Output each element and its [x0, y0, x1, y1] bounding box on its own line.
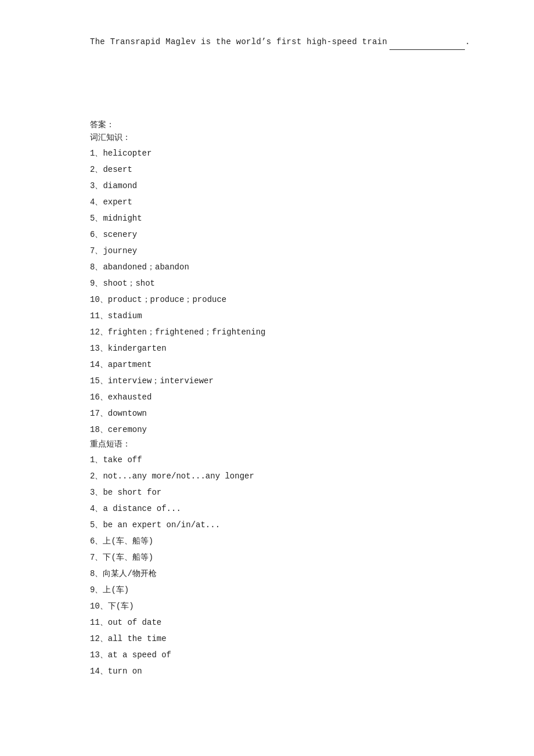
phrases-list: 1、take off2、not...any more/not...any lon…: [90, 452, 488, 679]
vocab-item: 11、stadium: [90, 308, 488, 324]
vocab-item: 17、downtown: [90, 405, 488, 422]
vocab-item: 2、desert: [90, 161, 488, 178]
vocab-item: 10、product；produce；produce: [90, 291, 488, 308]
vocab-item: 16、exhausted: [90, 389, 488, 405]
vocab-item: 14、apartment: [90, 357, 488, 373]
phrase-item: 12、all the time: [90, 631, 488, 647]
vocab-item: 6、scenery: [90, 226, 488, 243]
phrase-item: 1、take off: [90, 452, 488, 468]
phrase-item: 11、out of date: [90, 614, 488, 631]
vocab-item: 13、kindergarten: [90, 340, 488, 357]
phrase-item: 5、be an expert on/in/at...: [90, 517, 488, 533]
vocab-item: 12、frighten；frightened；frightening: [90, 324, 488, 340]
vocab-item: 3、diamond: [90, 178, 488, 194]
vocab-item: 15、interview；interviewer: [90, 373, 488, 389]
answer-section: 答案： 词汇知识： 1、helicopter2、desert3、diamond4…: [90, 120, 488, 679]
vocab-item: 4、expert: [90, 194, 488, 210]
fill-blank: [389, 35, 465, 50]
vocab-item: 7、journey: [90, 243, 488, 259]
vocab-item: 1、helicopter: [90, 145, 488, 161]
phrase-item: 10、下(车): [90, 598, 488, 614]
phrase-item: 9、上(车): [90, 582, 488, 598]
vocab-item: 5、midnight: [90, 210, 488, 226]
question-end: .: [465, 37, 470, 46]
phrase-item: 3、be short for: [90, 484, 488, 501]
answer-title: 答案：: [90, 120, 488, 130]
vocab-item: 8、abandoned；abandon: [90, 259, 488, 275]
phrase-item: 2、not...any more/not...any longer: [90, 468, 488, 484]
phrase-item: 4、a distance of...: [90, 501, 488, 517]
phrase-item: 14、turn on: [90, 663, 488, 679]
question-sentence: The Transrapid Maglev is the world’s fir…: [90, 37, 387, 46]
phrase-item: 13、at a speed of: [90, 647, 488, 663]
question-text: The Transrapid Maglev is the world’s fir…: [90, 35, 488, 50]
phrases-title: 重点短语：: [90, 439, 488, 449]
vocab-list: 1、helicopter2、desert3、diamond4、expert5、m…: [90, 145, 488, 438]
vocab-title: 词汇知识：: [90, 132, 488, 143]
phrase-item: 7、下(车、船等): [90, 549, 488, 566]
vocab-item: 18、ceremony: [90, 422, 488, 438]
vocab-item: 9、shoot；shot: [90, 275, 488, 291]
phrase-item: 6、上(车、船等): [90, 533, 488, 549]
phrase-item: 8、向某人/物开枪: [90, 566, 488, 582]
